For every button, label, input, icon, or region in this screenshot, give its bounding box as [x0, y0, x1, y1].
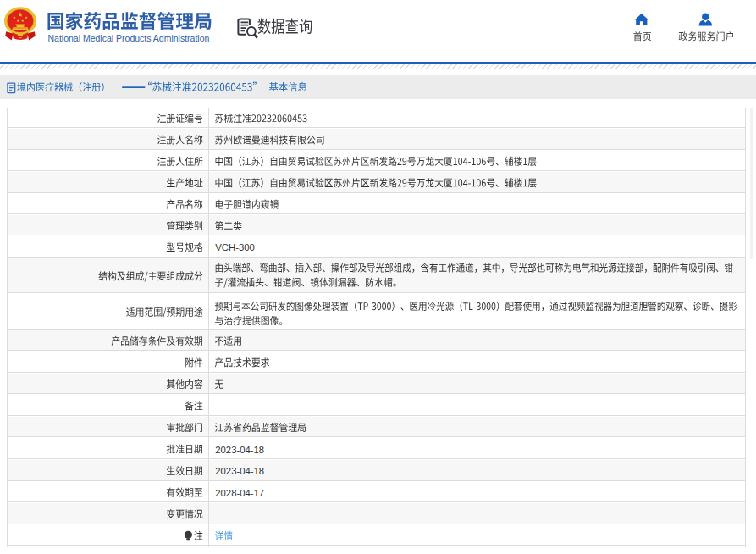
svg-text:2028-04-17: 2028-04-17	[215, 488, 264, 498]
svg-text:2023-04-18: 2023-04-18	[215, 466, 264, 476]
svg-text:2023-04-18: 2023-04-18	[215, 445, 264, 455]
svg-text:National Medical Products Admi: National Medical Products Administration	[48, 33, 210, 43]
svg-text:VCH-300: VCH-300	[215, 242, 254, 252]
